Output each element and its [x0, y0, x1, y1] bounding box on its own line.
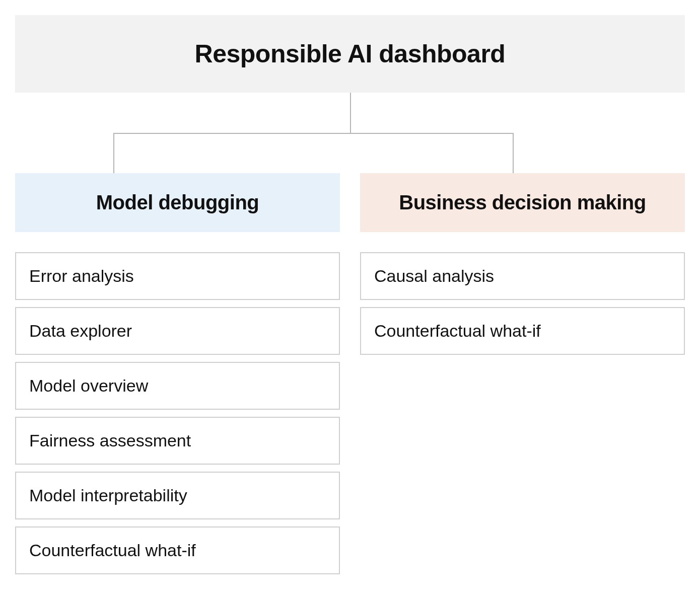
root-node: Responsible AI dashboard — [15, 15, 685, 93]
branch-left: Model debugging Error analysis Data expl… — [15, 173, 340, 574]
list-item: Model interpretability — [15, 472, 340, 519]
list-item: Fairness assessment — [15, 417, 340, 465]
connector-vertical-left — [113, 133, 114, 173]
list-item: Model overview — [15, 362, 340, 410]
item-label: Counterfactual what-if — [374, 321, 541, 340]
list-item: Counterfactual what-if — [15, 526, 340, 574]
item-label: Model overview — [29, 376, 148, 395]
branch-left-title-box: Model debugging — [15, 173, 340, 232]
item-label: Error analysis — [29, 266, 134, 285]
list-item: Data explorer — [15, 307, 340, 355]
branch-right: Business decision making Causal analysis… — [360, 173, 685, 355]
diagram-root: Responsible AI dashboard Model debugging… — [15, 15, 685, 574]
list-item: Counterfactual what-if — [360, 307, 685, 355]
item-label: Data explorer — [29, 321, 132, 340]
branch-left-items: Error analysis Data explorer Model overv… — [15, 252, 340, 574]
branch-right-items: Causal analysis Counterfactual what-if — [360, 252, 685, 355]
branch-right-title-box: Business decision making — [360, 173, 685, 232]
connector-horizontal — [113, 133, 514, 134]
branches-row: Model debugging Error analysis Data expl… — [15, 173, 685, 574]
list-item: Causal analysis — [360, 252, 685, 300]
connector-vertical-root — [350, 93, 351, 133]
branch-left-title: Model debugging — [96, 191, 259, 213]
connector-lines — [15, 93, 685, 173]
connector-vertical-right — [513, 133, 514, 173]
list-item: Error analysis — [15, 252, 340, 300]
item-label: Causal analysis — [374, 266, 494, 285]
item-label: Fairness assessment — [29, 431, 191, 450]
root-title: Responsible AI dashboard — [195, 40, 506, 68]
branch-right-title: Business decision making — [399, 191, 646, 213]
item-label: Counterfactual what-if — [29, 541, 196, 560]
item-label: Model interpretability — [29, 486, 187, 505]
